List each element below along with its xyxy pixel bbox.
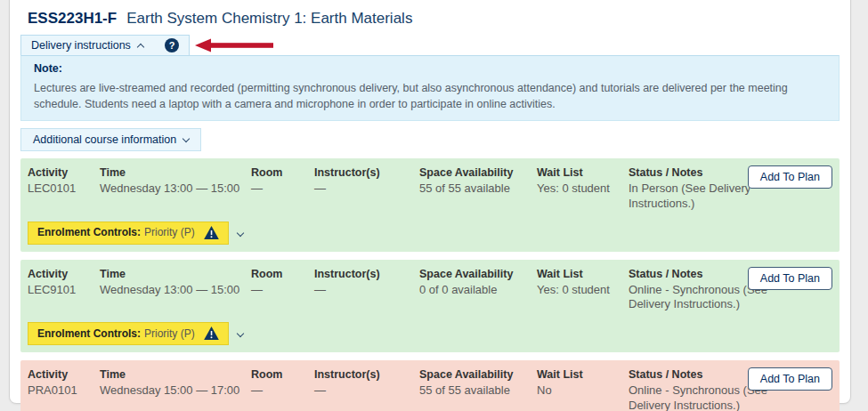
room-value: — <box>251 181 314 196</box>
column-header-instructors: Instructor(s) <box>314 368 419 381</box>
wait-list-value: Yes: 0 student <box>537 181 629 196</box>
enrolment-expand-chevron[interactable] <box>238 326 243 342</box>
column-header-time: Time <box>100 166 251 179</box>
delivery-instructions-toggle[interactable]: Delivery instructions ? <box>20 35 190 55</box>
enrolment-expand-chevron[interactable] <box>238 225 243 241</box>
note-label: Note: <box>34 62 826 75</box>
room-value: — <box>251 283 314 297</box>
column-header-room: Room <box>251 368 314 381</box>
time-value: Wednesday 15:00 — 17:00 <box>100 383 251 398</box>
page-title: Earth System Chemistry 1: Earth Material… <box>126 10 412 28</box>
enrolment-controls-row: Enrolment Controls: Priority (P) <box>28 222 832 245</box>
activity-list: ActivityLEC0101 TimeWednesday 13:00 — 15… <box>20 158 840 411</box>
instructors-value: — <box>314 383 419 398</box>
enrolment-controls-value: Priority (P) <box>144 327 195 340</box>
column-header-space-availability: Space Availability <box>419 368 537 381</box>
time-value: Wednesday 13:00 — 15:00 <box>100 283 251 297</box>
wait-list-value: Yes: 0 student <box>537 283 629 297</box>
additional-course-info-toggle[interactable]: Additional course information <box>20 128 201 151</box>
column-header-activity: Activity <box>28 368 100 381</box>
column-header-space-availability: Space Availability <box>419 268 537 280</box>
chevron-up-icon <box>137 44 144 51</box>
add-to-plan-button[interactable]: Add To Plan <box>748 267 832 290</box>
activity-value: LEC0101 <box>28 181 100 196</box>
column-header-instructors: Instructor(s) <box>314 166 419 179</box>
note-text: Lectures are live-streamed and recorded … <box>34 80 826 112</box>
chevron-down-icon <box>236 330 243 337</box>
column-header-wait-list: Wait List <box>537 268 629 280</box>
column-header-room: Room <box>251 268 314 280</box>
add-to-plan-button[interactable]: Add To Plan <box>748 367 832 391</box>
course-code: ESS223H1-F <box>28 10 117 28</box>
warning-icon <box>204 326 219 340</box>
activity-card: ActivityPRA0101 TimeWednesday 15:00 — 17… <box>20 360 840 411</box>
column-header-time: Time <box>100 368 251 381</box>
activity-value: PRA0101 <box>28 383 100 398</box>
column-header-wait-list: Wait List <box>537 166 629 179</box>
instructors-value: — <box>314 181 419 196</box>
activity-card: ActivityLEC9101 TimeWednesday 13:00 — 15… <box>20 260 840 353</box>
enrolment-controls-label: Enrolment Controls: <box>37 327 141 340</box>
column-header-activity: Activity <box>28 268 100 280</box>
room-value: — <box>251 383 314 398</box>
column-header-room: Room <box>251 166 314 179</box>
delivery-note: Note: Lectures are live-streamed and rec… <box>20 55 840 121</box>
enrolment-controls-label: Enrolment Controls: <box>37 226 141 238</box>
enrolment-controls-row: Enrolment Controls: Priority (P) <box>28 322 832 345</box>
column-header-instructors: Instructor(s) <box>314 268 419 280</box>
wait-list-value: No <box>537 383 629 398</box>
warning-icon <box>204 226 219 239</box>
annotation-arrow-icon <box>195 38 273 52</box>
space-availability-value: 0 of 0 available <box>419 283 537 297</box>
activity-value: LEC9101 <box>28 283 100 297</box>
content-panel: ES ESS223H1-F Earth System Chemistry 1: … <box>9 0 851 404</box>
help-icon[interactable]: ? <box>165 38 179 52</box>
enrolment-controls-badge[interactable]: Enrolment Controls: Priority (P) <box>28 322 229 345</box>
delivery-instructions-label: Delivery instructions <box>31 39 131 52</box>
chevron-down-icon <box>183 135 190 142</box>
column-header-space-availability: Space Availability <box>419 166 537 179</box>
column-header-wait-list: Wait List <box>537 368 629 381</box>
additional-course-info-label: Additional course information <box>33 133 176 146</box>
enrolment-controls-badge[interactable]: Enrolment Controls: Priority (P) <box>28 222 229 245</box>
column-header-time: Time <box>100 268 251 280</box>
add-to-plan-button[interactable]: Add To Plan <box>748 165 832 189</box>
page: ES ESS223H1-F Earth System Chemistry 1: … <box>0 0 868 411</box>
instructors-value: — <box>314 283 419 297</box>
column-header-activity: Activity <box>28 166 100 179</box>
space-availability-value: 55 of 55 available <box>419 181 537 196</box>
space-availability-value: 55 of 55 available <box>419 383 537 398</box>
chevron-down-icon <box>236 230 243 237</box>
activity-card: ActivityLEC0101 TimeWednesday 13:00 — 15… <box>20 158 840 252</box>
course-header: ESS223H1-F Earth System Chemistry 1: Ear… <box>10 0 850 28</box>
time-value: Wednesday 13:00 — 15:00 <box>100 181 251 196</box>
enrolment-controls-value: Priority (P) <box>144 226 195 238</box>
